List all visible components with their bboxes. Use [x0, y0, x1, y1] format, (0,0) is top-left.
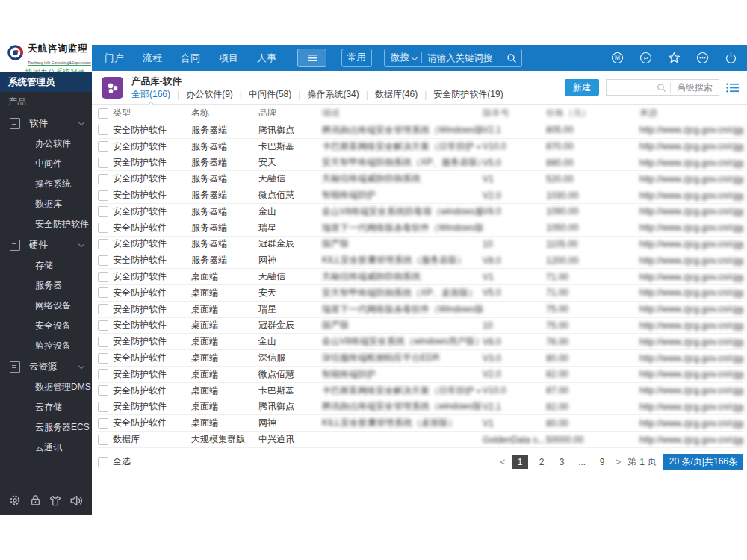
table-row[interactable]: 安全防护软件桌面端腾讯御点腾讯御点终端安全管理系统（windows版）V2.18…	[98, 399, 743, 416]
cell-brand: 天融信	[258, 172, 322, 185]
sidebar-group[interactable]: 云资源	[0, 356, 92, 377]
select-all-checkbox[interactable]	[98, 108, 108, 119]
table-row[interactable]: 安全防护软件服务器端微点佰慧智能终端防护V2.01030.00http://ww…	[98, 187, 743, 204]
row-checkbox[interactable]	[98, 272, 108, 282]
sidebar-item[interactable]: 存储	[0, 255, 92, 276]
topbar-menu-item[interactable]: 门户	[105, 52, 124, 65]
select-all[interactable]: 全选	[98, 455, 131, 468]
lock-icon[interactable]	[30, 494, 41, 506]
prev-page-button[interactable]: <	[500, 457, 505, 467]
table-row[interactable]: 数据库大规模集群版中兴通讯GoldenData s...50000.00http…	[98, 432, 743, 448]
table-row[interactable]: 安全防护软件桌面端冠群金辰国产版1075.00http://www.zjcg.g…	[98, 318, 743, 335]
sidebar-item[interactable]: 安全设备	[0, 316, 92, 336]
table-row[interactable]: 安全防护软件桌面端安天安天智甲终端防御系统（XP、桌面版）V5.071.00ht…	[98, 285, 743, 302]
row-checkbox[interactable]	[98, 141, 108, 152]
row-checkbox[interactable]	[98, 190, 108, 201]
table-row[interactable]: 安全防护软件服务器端卡巴斯基卡巴斯基网络安全解决方案（日常防护＋应急）V10.0…	[98, 139, 743, 155]
table-row[interactable]: 安全防护软件桌面端瑞星瑞星下一代网络版杀毒软件（Windows版）75.00ht…	[98, 302, 743, 318]
row-checkbox[interactable]	[98, 385, 108, 396]
row-checkbox[interactable]	[98, 125, 108, 135]
select-all-checkbox[interactable]	[98, 457, 108, 467]
page-jump-value[interactable]: 1	[639, 457, 645, 467]
category-tab[interactable]: 安全防护软件(19)	[433, 88, 503, 101]
cell-type: 安全防护软件	[113, 205, 191, 218]
table-row[interactable]: 安全防护软件桌面端网神KILL安全胶囊管理系统（桌面版）V180.00http:…	[98, 415, 743, 432]
topbar-menu-item[interactable]: 流程	[143, 52, 162, 65]
search-scope-dropdown[interactable]: 微搜	[385, 52, 412, 64]
table-row[interactable]: 安全防护软件服务器端金山金山V8终端安全系统防毒墙（windows服务器版）V8…	[98, 204, 743, 220]
topbar-menu-item[interactable]: 项目	[219, 52, 238, 65]
m-badge-icon[interactable]: M	[611, 52, 624, 64]
advanced-search-box[interactable]: 高级搜索	[606, 79, 719, 96]
sidebar-item[interactable]: 操作系统	[0, 174, 92, 194]
new-button[interactable]: 新建	[565, 79, 599, 96]
more-icon[interactable]	[696, 52, 709, 64]
page-button[interactable]: 2	[535, 455, 548, 469]
sidebar-section-product[interactable]: 产品	[0, 92, 92, 111]
page-button[interactable]: ...	[575, 455, 589, 469]
row-checkbox[interactable]	[98, 158, 108, 168]
apps-menu-button[interactable]	[297, 49, 326, 67]
table-row[interactable]: 安全防护软件服务器端冠群金辰国产版101105.00http://www.zjc…	[98, 237, 743, 253]
sidebar-item[interactable]: 中间件	[0, 154, 92, 174]
row-checkbox[interactable]	[98, 223, 108, 233]
page-button[interactable]: 9	[595, 455, 609, 469]
row-checkbox[interactable]	[98, 174, 108, 184]
sidebar-item[interactable]: 网络设备	[0, 296, 92, 316]
e-badge-icon[interactable]: e	[639, 52, 652, 64]
category-tab[interactable]: 操作系统(34)	[307, 88, 359, 101]
row-checkbox[interactable]	[98, 206, 108, 217]
row-checkbox[interactable]	[98, 353, 108, 364]
row-checkbox[interactable]	[98, 287, 108, 298]
current-page-button[interactable]: 1	[512, 455, 528, 469]
topbar-menu-item[interactable]: 合同	[181, 52, 200, 65]
sidebar-item[interactable]: 云通讯	[0, 438, 92, 458]
category-tab[interactable]: 办公软件(9)	[186, 88, 233, 101]
table-row[interactable]: 安全防护软件服务器端腾讯御点腾讯御点终端安全管理系统（Windows版）V2.1…	[98, 122, 743, 139]
list-view-icon[interactable]	[726, 83, 739, 93]
advanced-search-label[interactable]: 高级搜索	[671, 81, 719, 94]
category-tab[interactable]: 全部(166)	[131, 88, 170, 101]
search-icon[interactable]	[506, 53, 517, 63]
row-checkbox[interactable]	[98, 435, 108, 445]
topbar-menu-item[interactable]: 人事	[257, 52, 276, 65]
row-checkbox[interactable]	[98, 239, 108, 249]
table-row[interactable]: 安全防护软件桌面端微点佰慧智能终端防护V2.082.00http://www.z…	[98, 367, 743, 383]
category-tab[interactable]: 数据库(46)	[375, 88, 418, 101]
table-row[interactable]: 安全防护软件桌面端金山金山V8终端安全系统（windows用户版）V8.076.…	[98, 334, 743, 350]
sidebar-item[interactable]: 服务器	[0, 276, 92, 296]
next-page-button[interactable]: >	[616, 457, 621, 467]
table-row[interactable]: 安全防护软件桌面端天融信天融信终端威胁防御系统V171.00http://www…	[98, 269, 743, 285]
row-checkbox[interactable]	[98, 255, 108, 266]
sidebar-group[interactable]: 硬件	[0, 234, 92, 255]
table-row[interactable]: 安全防护软件桌面端卡巴斯基卡巴斯基网络安全解决方案（日常防护＋KS）V10.08…	[98, 383, 743, 399]
row-checkbox[interactable]	[98, 369, 108, 379]
row-checkbox[interactable]	[98, 418, 108, 429]
star-icon[interactable]	[668, 52, 681, 64]
row-checkbox[interactable]	[98, 320, 108, 331]
search-input[interactable]	[422, 53, 506, 63]
table-row[interactable]: 安全防护软件服务器端安天安天智甲终端防御系统（XP、服务器版）V5.0880.0…	[98, 155, 743, 172]
table-row[interactable]: 安全防护软件服务器端天融信天融信终端威胁防御系统V1520.00http://w…	[98, 171, 743, 187]
sidebar-item[interactable]: 云存储	[0, 397, 92, 417]
category-tab[interactable]: 中间件(58)	[249, 88, 291, 101]
pinned-tab-changyong[interactable]: 常用	[341, 49, 372, 67]
sidebar-item[interactable]: 云服务器ECS	[0, 417, 92, 438]
row-checkbox[interactable]	[98, 402, 108, 412]
sidebar-item[interactable]: 监控设备	[0, 336, 92, 356]
row-checkbox[interactable]	[98, 337, 108, 347]
sidebar-item[interactable]: 数据管理DMS	[0, 377, 92, 397]
table-row[interactable]: 安全防护软件桌面端深信服深信服终端检测响应平台EDRV3.080.00http:…	[98, 350, 743, 367]
gear-icon[interactable]	[9, 494, 21, 506]
sidebar-group[interactable]: 软件	[0, 113, 92, 134]
power-icon[interactable]	[725, 52, 737, 64]
row-checkbox[interactable]	[98, 304, 108, 314]
sidebar-item[interactable]: 数据库	[0, 194, 92, 214]
volume-icon[interactable]	[70, 495, 83, 506]
table-row[interactable]: 安全防护软件服务器端网神KILL安全胶囊管理系统（服务器版）V8.01200.0…	[98, 252, 743, 269]
page-button[interactable]: 3	[555, 455, 568, 469]
sidebar-item[interactable]: 办公软件	[0, 134, 92, 154]
theme-shirt-icon[interactable]	[49, 495, 61, 506]
table-row[interactable]: 安全防护软件服务器端瑞星瑞星下一代网络版杀毒软件（Windows版）1050.0…	[98, 220, 743, 237]
sidebar-item[interactable]: 安全防护软件	[0, 214, 92, 234]
